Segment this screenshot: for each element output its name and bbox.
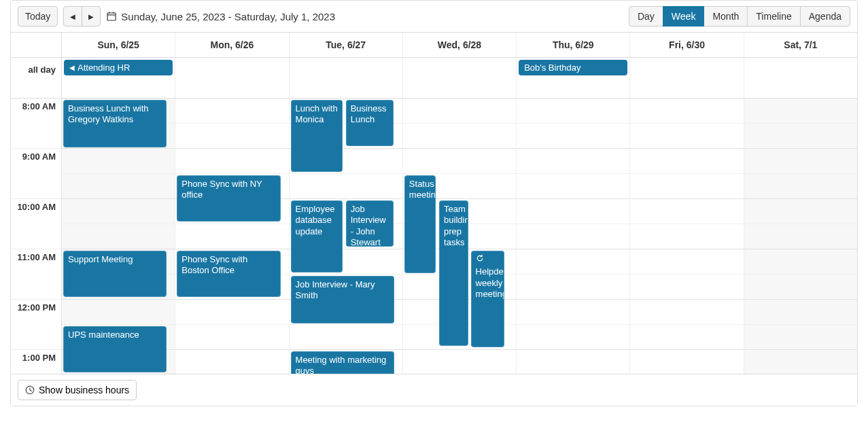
day-header-fri[interactable]: Fri, 6/30 bbox=[630, 33, 744, 57]
day-col-tue[interactable]: Lunch with Monica Business Lunch Employe… bbox=[290, 99, 403, 374]
allday-event-title: Bob's Birthday bbox=[524, 63, 580, 73]
time-gutter: 8:00 AM 9:00 AM 10:00 AM 11:00 AM 12:00 … bbox=[11, 99, 62, 374]
event[interactable]: Job Interview - John Stewart bbox=[346, 200, 394, 247]
allday-cell-tue[interactable] bbox=[290, 58, 403, 98]
date-range-picker[interactable]: Sunday, June 25, 2023 - Saturday, July 1… bbox=[106, 11, 335, 22]
day-header-sat[interactable]: Sat, 7/1 bbox=[744, 33, 857, 57]
clock-icon bbox=[25, 385, 35, 395]
day-columns: Business Lunch with Gregory Watkins Supp… bbox=[62, 99, 857, 374]
allday-event-title: Attending HR bbox=[77, 63, 130, 73]
footer: Show business hours bbox=[11, 374, 857, 406]
view-week-button[interactable]: Week bbox=[663, 6, 705, 26]
prev-arrow-icon: ◀ bbox=[69, 64, 75, 71]
svg-rect-0 bbox=[107, 13, 116, 20]
allday-event[interactable]: ◀ Attending HR bbox=[64, 60, 173, 75]
calendar-icon bbox=[106, 11, 117, 22]
event[interactable]: Business Lunch with Gregory Watkins bbox=[63, 100, 167, 147]
view-month-button[interactable]: Month bbox=[704, 6, 748, 26]
recurring-icon bbox=[476, 254, 484, 265]
business-hours-label: Show business hours bbox=[39, 385, 129, 395]
time-grid: 8:00 AM 9:00 AM 10:00 AM 11:00 AM 12:00 … bbox=[11, 99, 857, 374]
view-agenda-button[interactable]: Agenda bbox=[800, 6, 850, 26]
day-col-thu[interactable] bbox=[517, 99, 630, 374]
day-col-sat[interactable] bbox=[744, 99, 857, 374]
event[interactable]: Phone Sync with NY office bbox=[177, 175, 280, 222]
day-col-fri[interactable] bbox=[630, 99, 744, 374]
event-title: Helpdesk weekly meeting bbox=[476, 266, 505, 299]
event[interactable]: Helpdesk weekly meeting bbox=[471, 251, 505, 347]
day-header-wed[interactable]: Wed, 6/28 bbox=[403, 33, 517, 57]
prev-button[interactable]: ◀ bbox=[63, 6, 82, 26]
time-label: 8:00 AM bbox=[11, 99, 61, 149]
next-button[interactable]: ▶ bbox=[82, 6, 101, 26]
allday-cell-fri[interactable] bbox=[630, 58, 744, 98]
allday-cell-mon[interactable] bbox=[175, 58, 289, 98]
day-header-row: Sun, 6/25 Mon, 6/26 Tue, 6/27 Wed, 6/28 … bbox=[11, 33, 857, 58]
day-col-mon[interactable]: Phone Sync with NY office Phone Sync wit… bbox=[175, 99, 289, 374]
time-label: 9:00 AM bbox=[11, 149, 61, 199]
allday-cell-thu[interactable]: Bob's Birthday bbox=[517, 58, 630, 98]
time-col-spacer bbox=[11, 33, 62, 57]
toolbar: Today ◀ ▶ Sunday, June 25, 2023 - Saturd… bbox=[11, 1, 857, 33]
view-day-button[interactable]: Day bbox=[629, 6, 663, 26]
day-col-sun[interactable]: Business Lunch with Gregory Watkins Supp… bbox=[62, 99, 175, 374]
allday-event[interactable]: Bob's Birthday bbox=[519, 60, 627, 75]
day-header-mon[interactable]: Mon, 6/26 bbox=[175, 33, 289, 57]
toolbar-left: Today ◀ ▶ Sunday, June 25, 2023 - Saturd… bbox=[18, 6, 335, 26]
view-switcher: Day Week Month Timeline Agenda bbox=[629, 6, 850, 26]
day-header-thu[interactable]: Thu, 6/29 bbox=[517, 33, 630, 57]
allday-row: all day ◀ Attending HR Bob's Birthday bbox=[11, 58, 857, 99]
today-button[interactable]: Today bbox=[18, 6, 58, 26]
event[interactable]: Lunch with Monica bbox=[291, 100, 343, 172]
allday-cell-wed[interactable] bbox=[403, 58, 517, 98]
event[interactable]: Employee database update bbox=[291, 200, 343, 272]
scheduler: Today ◀ ▶ Sunday, June 25, 2023 - Saturd… bbox=[10, 0, 858, 406]
event[interactable]: Phone Sync with Boston Office bbox=[177, 251, 280, 297]
event[interactable]: UPS maintenance bbox=[63, 326, 167, 372]
time-label: 12:00 PM bbox=[11, 300, 61, 350]
view-timeline-button[interactable]: Timeline bbox=[747, 6, 800, 26]
business-hours-button[interactable]: Show business hours bbox=[18, 380, 137, 400]
nav-group: ◀ ▶ bbox=[63, 6, 101, 26]
day-col-wed[interactable]: Status meeting Team building prep tasks … bbox=[403, 99, 517, 374]
day-header-sun[interactable]: Sun, 6/25 bbox=[62, 33, 175, 57]
allday-cell-sun[interactable]: ◀ Attending HR bbox=[62, 58, 175, 98]
time-label: 11:00 AM bbox=[11, 249, 61, 300]
time-label: 10:00 AM bbox=[11, 199, 61, 249]
event[interactable]: Meeting with marketing guys bbox=[291, 351, 394, 374]
event[interactable]: Team building prep tasks bbox=[439, 200, 468, 346]
allday-label: all day bbox=[11, 58, 62, 98]
event[interactable]: Status meeting bbox=[404, 175, 436, 273]
allday-cell-sat[interactable] bbox=[744, 58, 857, 98]
event[interactable]: Job Interview - Mary Smith bbox=[291, 276, 394, 323]
event[interactable]: Support Meeting bbox=[63, 251, 167, 297]
day-header-tue[interactable]: Tue, 6/27 bbox=[290, 33, 403, 57]
time-label: 1:00 PM bbox=[11, 350, 61, 374]
date-range-text: Sunday, June 25, 2023 - Saturday, July 1… bbox=[121, 11, 335, 22]
event[interactable]: Business Lunch bbox=[346, 100, 394, 146]
